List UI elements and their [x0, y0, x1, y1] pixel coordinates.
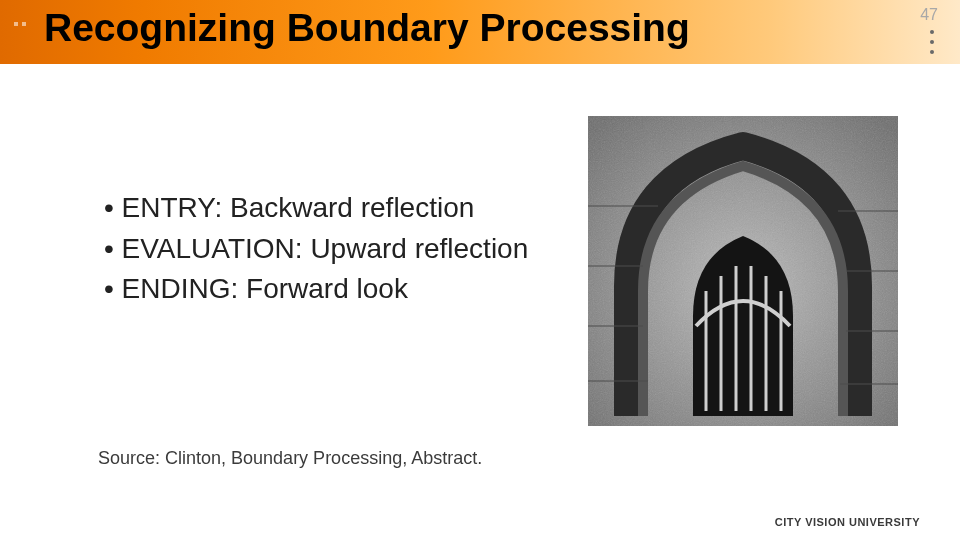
- slide: Recognizing Boundary Processing 47 ENTRY…: [0, 0, 960, 540]
- vertical-dots-icon: [930, 30, 934, 54]
- bullet-item: ENTRY: Backward reflection: [104, 188, 528, 229]
- bullet-item: EVALUATION: Upward reflection: [104, 229, 528, 270]
- bullet-list: ENTRY: Backward reflection EVALUATION: U…: [64, 188, 528, 310]
- archway-image: [588, 116, 898, 426]
- source-citation: Source: Clinton, Boundary Processing, Ab…: [98, 448, 482, 469]
- footer-brand: CITY VISION UNIVERSITY: [775, 516, 920, 528]
- bullet-item: ENDING: Forward look: [104, 269, 528, 310]
- slide-title: Recognizing Boundary Processing: [44, 6, 690, 50]
- title-bar: Recognizing Boundary Processing 47: [0, 0, 960, 64]
- page-number: 47: [920, 6, 938, 24]
- title-decor-icon: [14, 22, 26, 26]
